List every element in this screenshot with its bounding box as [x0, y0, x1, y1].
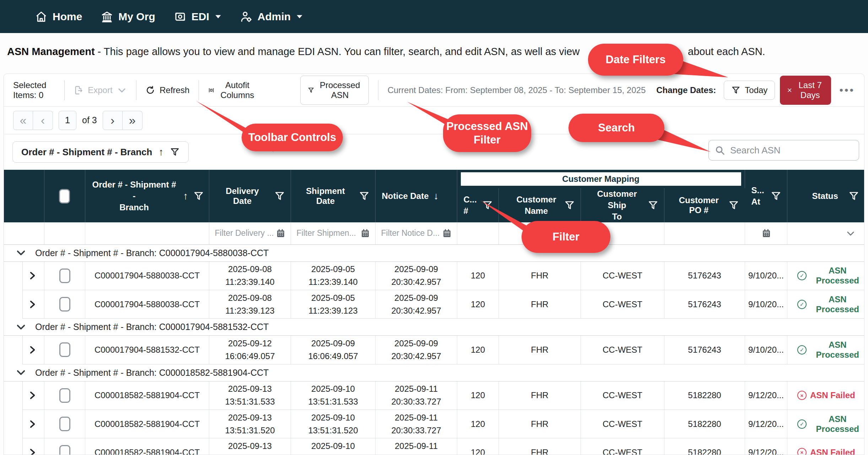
today-filter-button[interactable]: Today — [724, 81, 775, 100]
filter-icon[interactable] — [274, 191, 285, 201]
column-header-order[interactable]: Order # - Shipment # - Branch ↑ — [85, 170, 209, 222]
next-page-button[interactable]: › — [103, 111, 123, 130]
autofit-columns-button[interactable]: Autofit Columns — [208, 80, 256, 100]
filter-sent-at-date[interactable] — [745, 222, 787, 244]
expand-row-button[interactable] — [23, 391, 44, 400]
edi-icon — [174, 10, 187, 23]
calendar-icon[interactable] — [360, 228, 370, 238]
sort-descending-icon[interactable]: ↓ — [434, 190, 439, 202]
previous-page-button[interactable]: ‹ — [33, 111, 53, 130]
first-page-button[interactable]: « — [13, 111, 33, 130]
page-intro: ASN Management - This page allows you to… — [0, 33, 868, 74]
filter-icon[interactable] — [359, 191, 370, 201]
cell-order-shipment-branch: C000018582-5881904-CCT — [85, 410, 209, 438]
search-icon — [715, 145, 725, 156]
collapse-group-icon[interactable] — [16, 248, 26, 258]
expand-row-button[interactable] — [23, 448, 44, 455]
asn-management-page: HomeMy OrgEDIAdmin ASN Management - This… — [0, 0, 868, 455]
expand-row-button[interactable] — [23, 419, 44, 429]
table-row: C000018582-5881904-CCT2025-09-1313:51:31… — [23, 381, 865, 410]
cell-status: ×ASN Failed — [787, 438, 865, 455]
export-label: Export — [88, 85, 112, 95]
filter-delivery-date[interactable]: Filter Delivery ... — [209, 222, 291, 244]
row-checkbox[interactable] — [59, 417, 70, 431]
cell-shipment-date: 2025-09-1013:51:31.503 — [291, 438, 376, 455]
column-header-shipment-date[interactable]: Shipment Date — [291, 170, 375, 222]
chevron-down-icon[interactable] — [846, 228, 856, 238]
last-7-days-label: Last 7 Days — [797, 80, 824, 100]
grid-toolbar: Selected Items: 0 Export Refresh Autofit… — [4, 74, 864, 107]
expand-row-button[interactable] — [23, 345, 44, 354]
x-circle-icon: × — [797, 391, 807, 400]
search-asn-box — [708, 140, 859, 161]
group-header-row[interactable]: Order # - Shipment # - Branch: C00001790… — [4, 245, 864, 262]
row-checkbox[interactable] — [59, 297, 70, 312]
collapse-group-icon[interactable] — [16, 322, 26, 332]
processed-asn-label: Processed ASN — [318, 80, 361, 100]
column-header-notice-date[interactable]: Notice Date ↓ — [375, 170, 457, 222]
filter-icon[interactable] — [193, 191, 204, 201]
grid-subheader: Order # - Shipment # - Branch ↑ — [4, 134, 864, 170]
filter-notice-date[interactable]: Filter Notice D... — [375, 222, 457, 244]
filter-icon[interactable] — [771, 191, 781, 201]
status-badge: ASN Processed — [810, 340, 864, 360]
sort-ascending-icon[interactable]: ↑ — [158, 146, 163, 158]
group-by-chip[interactable]: Order # - Shipment # - Branch ↑ — [12, 141, 189, 163]
group-header-row[interactable]: Order # - Shipment # - Branch: C00001790… — [4, 319, 864, 336]
cell-customer-name: FHR — [499, 336, 581, 364]
page-count-label: of 3 — [82, 115, 97, 125]
row-checkbox[interactable] — [59, 445, 70, 455]
nav-item-admin[interactable]: Admin — [240, 10, 303, 23]
column-header-customer-ship-to[interactable]: Customer Ship To — [581, 188, 664, 222]
sort-ascending-icon[interactable]: ↑ — [183, 190, 188, 202]
nav-item-edi[interactable]: EDI — [174, 10, 221, 23]
search-asn-input[interactable] — [730, 145, 853, 156]
column-header-status[interactable]: Status — [787, 170, 864, 222]
refresh-button[interactable]: Refresh — [145, 85, 189, 95]
nav-item-home[interactable]: Home — [35, 10, 82, 23]
last-page-button[interactable]: » — [123, 111, 142, 130]
select-all-checkbox[interactable] — [59, 189, 70, 204]
expand-row-button[interactable] — [23, 300, 44, 309]
column-header-sent-at[interactable]: S... At — [745, 170, 787, 222]
filter-icon[interactable] — [648, 200, 658, 211]
today-label: Today — [745, 85, 767, 95]
current-page-indicator[interactable]: 1 — [59, 111, 76, 130]
group-header-row[interactable]: Order # - Shipment # - Branch: C00001858… — [4, 364, 864, 381]
funnel-icon[interactable] — [170, 147, 180, 157]
processed-asn-filter-button[interactable]: Processed ASN — [300, 76, 369, 105]
column-header-customer-number[interactable]: C... # — [457, 188, 498, 222]
callout-processed-asn-filter: Processed ASN Filter — [443, 114, 531, 152]
cell-delivery-date: 2025-09-1216:06:49.057 — [209, 336, 291, 364]
column-header-delivery-date[interactable]: Delivery Date — [209, 170, 291, 222]
column-header-customer-po[interactable]: Customer PO # — [664, 188, 745, 222]
divider — [199, 80, 199, 100]
cell-customer-po: 5182280 — [664, 410, 745, 438]
cell-notice-date: 2025-09-1120:30:33.727 — [376, 438, 457, 455]
filter-icon[interactable] — [728, 200, 739, 211]
calendar-icon[interactable] — [276, 228, 286, 238]
chevron-right-icon — [28, 419, 37, 429]
filter-icon[interactable] — [564, 200, 575, 211]
expand-row-button[interactable] — [23, 271, 44, 280]
cell-customer-number: 120 — [457, 381, 499, 410]
row-checkbox[interactable] — [59, 342, 70, 357]
cell-customer-number: 120 — [457, 336, 499, 364]
table-row: C000017904-5880038-CCT2025-09-0811:23:39… — [23, 262, 865, 290]
last-7-days-filter-button[interactable]: Last 7 Days — [780, 76, 831, 105]
calendar-icon[interactable] — [442, 228, 452, 238]
filter-icon[interactable] — [848, 191, 859, 201]
filter-status-dropdown[interactable] — [787, 222, 864, 244]
cell-sent-at: 9/12/20... — [745, 381, 787, 410]
cell-customer-name: FHR — [499, 262, 581, 290]
nav-item-my-org[interactable]: My Org — [101, 10, 155, 23]
export-button[interactable]: Export — [74, 85, 126, 95]
calendar-icon[interactable] — [761, 228, 771, 238]
row-checkbox[interactable] — [59, 388, 70, 403]
more-options-button[interactable]: ••• — [840, 87, 855, 94]
cell-customer-po: 5182280 — [664, 438, 745, 455]
row-checkbox[interactable] — [59, 269, 70, 283]
filter-icon[interactable] — [482, 200, 493, 211]
collapse-group-icon[interactable] — [16, 368, 26, 378]
filter-shipment-date[interactable]: Filter Shipmen... — [291, 222, 375, 244]
